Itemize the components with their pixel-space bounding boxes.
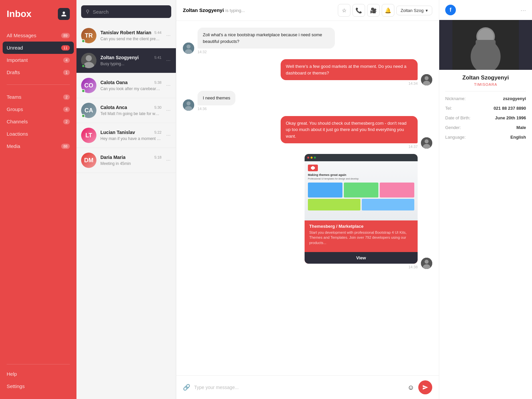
online-indicator (81, 64, 85, 68)
notification-button[interactable]: 🔔 (382, 4, 394, 17)
language-label: Language: (445, 135, 466, 140)
drafts-badge: 1 (63, 70, 70, 75)
media-badge: 88 (61, 144, 70, 149)
svg-point-13 (425, 139, 429, 143)
sidebar-item-all-messages[interactable]: All Messages 89 (0, 29, 76, 42)
svg-point-4 (187, 45, 191, 49)
conversation-name: Zoltan Szogyenyi (100, 55, 139, 60)
sidebar-item-important[interactable]: Important 4 (0, 54, 76, 66)
sidebar-item-settings[interactable]: Settings (0, 380, 76, 392)
message-row: Okay great. You should check out themesb… (183, 116, 432, 149)
sidebar-item-channels[interactable]: Channels 2 (0, 115, 76, 128)
conversation-preview: Tell Matt I'm going be late for work. (100, 111, 162, 116)
sidebar-item-label: Settings (7, 383, 25, 389)
star-button[interactable]: ☆ (338, 4, 350, 17)
conversation-item[interactable]: CO Calota Oana 5:38 Can you look after m… (76, 73, 176, 98)
message-bubble: I need themes (198, 91, 235, 105)
conversation-more-icon[interactable]: ··· (166, 82, 171, 88)
conversation-more-icon[interactable]: ··· (166, 58, 171, 64)
conversation-time: 5:22 (154, 130, 161, 134)
online-indicator (81, 89, 85, 93)
conversation-more-icon[interactable]: ··· (166, 33, 171, 39)
sidebar-item-unread[interactable]: Unread 11 (3, 42, 74, 54)
right-panel: f ··· Zoltan Szogyenyi TIMISOARA Nicknam… (439, 0, 532, 399)
message-bubble: Well there's a few good markets at the m… (281, 59, 418, 80)
avatar-wrap: CA (81, 103, 96, 118)
sidebar-item-label: Help (7, 371, 17, 377)
avatar: LT (81, 128, 96, 143)
attach-icon[interactable]: 🔗 (183, 384, 190, 391)
conversation-more-icon[interactable]: ··· (166, 157, 171, 163)
conversation-time: 5:41 (154, 56, 161, 60)
message-row: Well there's a few good markets at the m… (183, 59, 432, 85)
contact-name: Zoltan Szogyenyi (439, 70, 532, 82)
message-input[interactable] (194, 385, 404, 390)
sidebar-item-locations[interactable]: Loactions (0, 128, 76, 140)
search-input[interactable] (93, 9, 167, 15)
svg-marker-18 (311, 166, 315, 170)
sidebar-header: Inbox (0, 0, 76, 27)
emoji-icon[interactable]: ☺ (408, 384, 414, 391)
message-row: Zoli what's a nice bootstrap marketplace… (183, 28, 432, 54)
sidebar-item-groups[interactable]: Groups 4 (0, 103, 76, 115)
link-card-preview: Making themes great again Professional U… (305, 154, 418, 220)
search-container[interactable]: ⚲ (81, 5, 171, 18)
svg-rect-23 (476, 40, 496, 60)
conversation-item[interactable]: LT Lucian Tanislav 5:22 Hey man if you h… (76, 123, 176, 148)
sidebar-item-drafts[interactable]: Drafts 1 (0, 66, 76, 78)
profile-button[interactable] (58, 8, 70, 20)
message-row: Making themes great again Professional U… (183, 154, 432, 269)
sidebar-item-teams[interactable]: Teams 2 (0, 91, 76, 103)
sidebar-item-label: Drafts (7, 69, 20, 75)
nickname-value: zszogyenyi (503, 96, 526, 101)
conversation-more-icon[interactable]: ··· (166, 132, 171, 138)
avatar: DM (81, 153, 96, 168)
info-row-tel: Tel: 021 88 237 8890 (445, 106, 526, 111)
conversation-item[interactable]: CA Calota Anca 5:30 Tell Matt I'm going … (76, 98, 176, 123)
avatar-wrap: TR (81, 28, 96, 43)
sidebar-item-help[interactable]: Help (0, 368, 76, 380)
conversation-time: 5:18 (154, 155, 161, 159)
message-avatar (183, 99, 194, 111)
conversation-body: Zoltan Szogyenyi 5:41 Busy typing... (100, 55, 162, 66)
video-button[interactable]: 🎥 (367, 4, 380, 17)
message-time: 14:37 (281, 145, 418, 149)
conversation-preview: Hey man if you have a moment can you ... (100, 136, 162, 141)
tel-label: Tel: (445, 106, 452, 111)
sidebar-item-media[interactable]: Media 88 (0, 140, 76, 152)
mock-card-2 (344, 183, 378, 198)
important-badge: 4 (63, 58, 70, 63)
sidebar-item-label: Loactions (7, 131, 28, 137)
sidebar: Inbox All Messages 89 Unread 11 Importan… (0, 0, 76, 399)
all-messages-badge: 89 (61, 33, 70, 38)
dob-value: June 20th 1996 (495, 115, 526, 120)
online-indicator (81, 114, 85, 118)
contact-photo (439, 20, 532, 70)
link-card-description: Start you development with professional … (309, 230, 413, 245)
link-card-image: Making themes great again Professional U… (305, 154, 418, 220)
search-icon: ⚲ (86, 9, 89, 15)
window-dot-green (314, 157, 316, 159)
conversation-body: Calota Oana 5:38 Can you look after my c… (100, 80, 162, 91)
conversation-item[interactable]: Zoltan Szogyenyi 5:41 Busy typing... ··· (76, 48, 176, 73)
mock-card-3 (380, 183, 414, 198)
svg-point-10 (187, 101, 191, 105)
groups-badge: 4 (63, 107, 70, 112)
conversation-more-icon[interactable]: ··· (166, 107, 171, 113)
more-options-icon[interactable]: ··· (520, 6, 526, 14)
send-button[interactable] (418, 380, 432, 394)
dropdown-label: Zoltan Szog (401, 8, 424, 13)
conversation-preview: Meeting in 45min (100, 161, 162, 166)
unread-badge: 11 (61, 45, 70, 51)
conversation-item[interactable]: TR Tanislav Robert Marian 5:44 Can you s… (76, 23, 176, 48)
link-card-view-button[interactable]: View (305, 252, 418, 264)
call-button[interactable]: 📞 (352, 4, 365, 17)
conversation-item[interactable]: DM Daria Maria 5:18 Meeting in 45min ··· (76, 148, 176, 173)
channels-badge: 2 (63, 119, 70, 124)
chat-area: Zoltan Szogyenyi is typing... ☆ 📞 🎥 🔔 Zo… (176, 0, 439, 399)
link-card-title: Themesberg / Marketplace (309, 224, 413, 229)
message-content: Zoli what's a nice bootstrap marketplace… (198, 28, 335, 54)
contact-dropdown[interactable]: Zoltan Szog ▾ (396, 6, 432, 15)
sidebar-divider (7, 84, 70, 85)
mock-cards (308, 183, 414, 198)
